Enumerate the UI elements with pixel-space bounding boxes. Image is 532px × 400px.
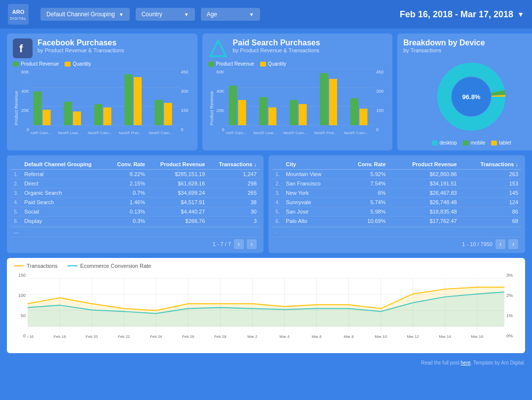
svg-text:Mar 14: Mar 14 (439, 334, 451, 339)
channel-next-btn[interactable]: › (247, 239, 257, 249)
facebook-panel-subtitle: by Product Revenue & Transactions (38, 47, 124, 53)
logo: ARO DIGITAL (8, 4, 29, 25)
svg-rect-36 (350, 98, 358, 125)
country-dropdown[interactable]: Country ▼ (136, 8, 195, 21)
paid-search-chart-area: Product Revenue 60K 40K 20K 0 (208, 69, 387, 140)
line-chart-panel: Transactions Ecommerce Conversion Rate 1… (7, 258, 525, 353)
city-col-conv: Conv. Rate (341, 159, 388, 170)
svg-text:Feb 26: Feb 26 (182, 334, 194, 339)
channel-col-transactions: Transactions ↓ (208, 159, 260, 170)
city-name: Palo Alto (283, 217, 341, 226)
transactions: 1,247 (208, 170, 260, 179)
row-num: 1. (272, 170, 283, 179)
conversion-color (68, 265, 77, 266)
channel-grouping-label: Default Channel Grouping (46, 11, 115, 18)
age-label: Age (207, 11, 217, 18)
product-revenue: $26,467.83 (389, 188, 460, 198)
age-dropdown[interactable]: Age ▼ (201, 8, 260, 21)
footer-link[interactable]: here (461, 360, 471, 365)
city-name: San Jose (283, 207, 341, 217)
transactions: 3 (208, 217, 260, 226)
city-col-transactions: Transactions ↓ (460, 159, 521, 170)
transactions: 265 (208, 188, 260, 198)
svg-text:Nest® Cam...: Nest® Cam... (283, 131, 307, 135)
svg-text:Nest® Cam...: Nest® Cam... (226, 131, 247, 135)
svg-text:Nest® Lear...: Nest® Lear... (253, 131, 276, 135)
svg-text:Nest® Prot...: Nest® Prot... (119, 131, 142, 135)
svg-text:f: f (19, 42, 23, 55)
channel-ellipsis: — (11, 228, 260, 237)
svg-rect-30 (259, 97, 267, 125)
city-table: City Conv. Rate Product Revenue Transact… (272, 159, 521, 226)
transactions: 263 (460, 170, 521, 179)
fb-y-right-ticks: 450 300 150 0 (180, 69, 191, 140)
svg-text:Feb 28: Feb 28 (214, 334, 227, 339)
product-revenue: $62,860.86 (389, 170, 460, 179)
table-row: 6. Display 0.3% $266.76 3 (11, 217, 260, 226)
channel-ellipsis-table: — (11, 228, 260, 237)
date-range-caret: ▼ (517, 10, 524, 18)
paid-search-bar-chart-svg: Nest® Cam... Nest® Lear... Nest® Cam... … (226, 69, 375, 140)
channel-grouping-dropdown[interactable]: Default Channel Grouping ▼ (40, 8, 130, 21)
product-revenue: $34,191.51 (389, 179, 460, 188)
ps-y-right-ticks: 450 300 150 0 (375, 69, 386, 140)
channel-prev-btn[interactable]: ‹ (234, 239, 244, 249)
table-row: 5. Social 0.13% $4,440.27 30 (11, 207, 260, 217)
line-chart-svg: Feb 16 Feb 18 Feb 20 Feb 22 Feb 24 Feb 2… (28, 272, 504, 348)
city-col-revenue: Product Revenue (389, 159, 460, 170)
transactions: 86 (460, 207, 521, 217)
city-prev-btn[interactable]: ‹ (495, 239, 505, 249)
table-row: 2. Direct 2.15% $61,628.16 298 (11, 179, 260, 188)
svg-text:Mar 16: Mar 16 (471, 334, 484, 339)
svg-text:DIGITAL: DIGITAL (10, 17, 27, 20)
product-revenue: $26,748.48 (389, 198, 460, 207)
donut-chart-svg: 96.8% (427, 57, 516, 136)
row-num: 2. (11, 179, 21, 188)
table-row: 1. Mountain View 5.92% $62,860.86 263 (272, 170, 521, 179)
channel-name: Referral (21, 170, 108, 179)
facebook-panel-title: Facebook Purchases (38, 38, 124, 47)
paid-search-panel: Paid Search Purchases by Product Revenue… (202, 34, 393, 150)
footer-suffix: . Template by Aro Digital. (471, 360, 525, 365)
svg-rect-11 (73, 111, 81, 125)
facebook-panel-header: f Facebook Purchases by Product Revenue … (13, 38, 191, 58)
line-chart-area: 150 100 50 0 (14, 272, 518, 348)
conv-rate: 2.15% (108, 179, 148, 188)
product-revenue: $18,835.48 (389, 207, 460, 217)
paid-search-panel-header: Paid Search Purchases by Product Revenue… (208, 38, 387, 58)
date-range[interactable]: Feb 16, 2018 - Mar 17, 2018 ▼ (400, 9, 524, 20)
svg-rect-28 (228, 86, 236, 125)
paid-search-panel-subtitle: by Product Revenue & Transactions (233, 47, 320, 53)
svg-text:Mar 12: Mar 12 (407, 334, 419, 339)
transactions: 30 (208, 207, 260, 217)
svg-rect-37 (359, 109, 367, 125)
channel-pagination: 1 - 7 / 7 (213, 241, 231, 247)
line-y-right-ticks: 3% 2% 1% 0% (504, 272, 518, 348)
city-col-name: City (283, 159, 341, 170)
facebook-legend-quantity: Quantity (65, 61, 91, 67)
city-ellipsis: · (272, 228, 521, 237)
city-next-btn[interactable]: › (508, 239, 518, 249)
tablet-color (491, 141, 497, 145)
main-content: f Facebook Purchases by Product Revenue … (0, 29, 532, 358)
city-name: Mountain View (283, 170, 341, 179)
product-revenue: $34,699.24 (148, 188, 208, 198)
age-caret: ▼ (249, 12, 254, 17)
desktop-label: desktop (440, 140, 457, 145)
ps-revenue-color (208, 62, 214, 67)
footer: Read the full post here. Template by Aro… (0, 358, 532, 368)
table-row: 3. Organic Search 0.7% $34,699.24 265 (11, 188, 260, 198)
device-panel-header: Breakdown by Device by Transactions (403, 38, 532, 53)
svg-rect-32 (289, 100, 297, 125)
city-name: San Francisco (283, 179, 341, 188)
svg-text:Nest® Cam...: Nest® Cam... (344, 131, 368, 135)
conv-rate: 8.22% (108, 170, 148, 179)
channel-table: Default Channel Grouping Conv. Rate Prod… (11, 159, 260, 226)
svg-rect-10 (64, 102, 72, 125)
svg-rect-9 (42, 110, 50, 125)
donut-legend: desktop mobile tablet (432, 140, 511, 145)
desktop-legend: desktop (432, 140, 457, 145)
top-charts-row: f Facebook Purchases by Product Revenue … (7, 34, 525, 150)
ps-quantity-label: Quantity (268, 61, 286, 67)
svg-rect-31 (268, 108, 276, 125)
